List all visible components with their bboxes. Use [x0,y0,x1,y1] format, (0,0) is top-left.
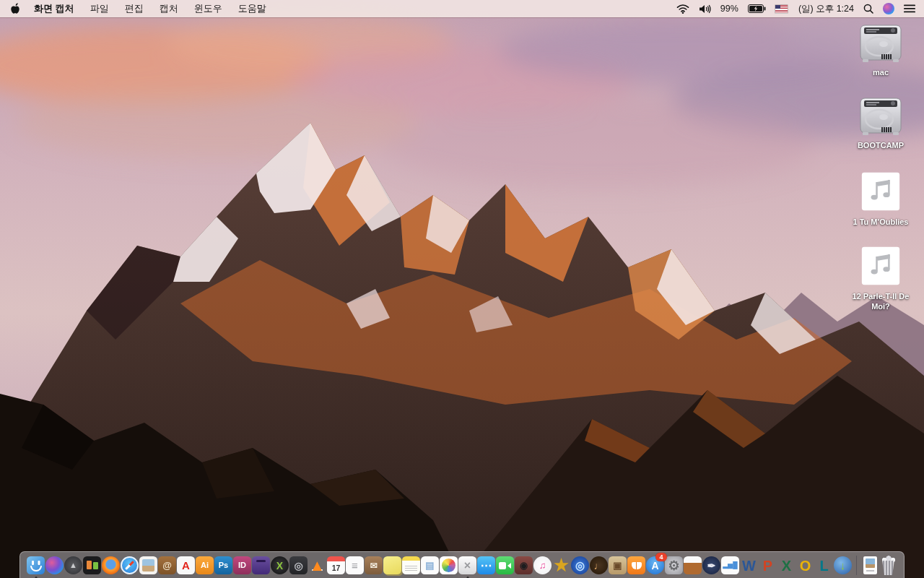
reminders-glyph: ≡ [352,560,358,571]
dock-file-image-document[interactable] [861,555,879,576]
menu-bar-clock[interactable]: (일) 오후 1:24 [798,3,854,15]
photo-booth-glyph: ◉ [520,561,528,570]
dock-app-app-store[interactable]: A4 [646,555,664,576]
dock-app-contacts-book[interactable]: @ [158,555,176,576]
dock-app-safari[interactable] [121,555,139,576]
toast-icon [252,556,270,574]
dock-app-photos[interactable] [440,555,458,576]
dock-app-outlook[interactable]: O [796,555,814,576]
dock-app-excel[interactable]: X [777,555,796,576]
dock-app-firefox[interactable] [102,555,120,576]
wallpaper-sierra-mountains [0,0,924,578]
desktop-icon-bootcamp[interactable]: BOOTCAMP [846,95,915,150]
dock-app-stickies[interactable] [383,555,401,576]
desktop-icon-label: mac [873,67,889,77]
desktop-icon-mac[interactable]: mac [846,22,915,77]
menu-item-1[interactable]: 파일 [90,2,109,15]
generic-app-glyph: × [464,560,471,571]
dock-app-finder[interactable] [27,555,45,576]
desktop: 화면 캡처 파일편집캡처윈도우도움말 [0,0,924,578]
dock-app-scrapbook[interactable]: ▣ [609,555,627,576]
desktop-icon-1-tu-m-oublies[interactable]: 1 Tu M'Oublies [846,168,915,227]
input-source-us-flag-icon[interactable] [775,5,788,13]
audio-file-icon [861,246,900,285]
apple-menu[interactable] [9,3,19,15]
dock-app-indesign[interactable]: ID [233,555,251,576]
star-icon: ★ [552,556,570,574]
firefox-icon [102,556,120,574]
dock-app-archive-box[interactable]: ✉ [365,555,383,576]
notification-center-icon[interactable] [904,4,915,13]
dock-app-star[interactable]: ★ [552,555,570,576]
messages-glyph: ⋯ [481,560,492,571]
dock-app-web-downloader[interactable]: ↓ [834,555,852,576]
dock-app-powerpoint[interactable]: P [759,555,777,576]
dock-app-generic-app[interactable]: × [458,555,476,576]
dock-app-lync[interactable]: L [815,555,833,576]
dock-app-vlc[interactable]: ▲ [308,555,326,576]
dock-app-reminders[interactable]: ≡ [346,555,364,576]
dock-panel: ▲@AAiPsIDX◎▲17≡✉▤×⋯◉♫★◎♩▣A4⚙✒▂▅█WPXOL↓ [19,551,905,578]
dock-app-notes[interactable] [402,555,420,576]
battery-charging-icon[interactable] [748,4,766,13]
excel-glyph: X [782,558,791,573]
dock-app-word[interactable]: W [740,555,758,576]
dock-app-preview[interactable] [139,555,157,576]
dock-app-numbers-09[interactable]: ▂▅█ [721,555,739,576]
photo-booth-icon: ◉ [515,556,533,574]
dock-app-system-preferences[interactable]: ⚙ [665,555,683,576]
dock-app-messages[interactable]: ⋯ [477,555,495,576]
dock-app-calendar[interactable]: 17 [327,555,345,576]
menu-item-3[interactable]: 캡처 [160,2,178,15]
dock-app-ibooks[interactable] [627,555,645,576]
siri-icon[interactable] [883,3,894,14]
dock-app-siri[interactable] [45,555,64,576]
dock-app-acrobat-reader[interactable]: A [177,555,195,576]
photoshop-icon: Ps [214,556,232,574]
dock-trash[interactable] [879,555,897,576]
dock-app-document-seal[interactable]: ▤ [421,555,439,576]
dock-app-blue-disc[interactable]: ◎ [571,555,589,576]
dock-app-green-x[interactable]: X [271,555,289,576]
volume-icon[interactable] [699,4,711,14]
siri-icon [45,556,64,574]
active-app-name[interactable]: 화면 캡처 [34,2,74,15]
system-preferences-glyph: ⚙ [668,559,679,572]
dock: ▲@AAiPsIDX◎▲17≡✉▤×⋯◉♫★◎♩▣A4⚙✒▂▅█WPXOL↓ [0,551,924,578]
archive-box-glyph: ✉ [370,561,377,570]
menu-item-5[interactable]: 도움말 [238,2,266,15]
dock-app-facetime[interactable] [496,555,514,576]
powerpoint-glyph: P [763,558,772,573]
dock-app-toast[interactable] [252,555,270,576]
star-glyph: ★ [554,557,569,574]
desktop-icon-12-parle-t-il-de-moi[interactable]: 12 Parle-T-Il De Moi? [846,243,915,312]
word-glyph: W [742,558,756,573]
dock-app-itunes[interactable]: ♫ [533,555,552,576]
dock-app-screens[interactable] [83,555,101,576]
launchpad-glyph: ▲ [69,561,77,569]
desktop-icon-label: 1 Tu M'Oublies [853,217,909,227]
dock-app-black-drive[interactable]: ◎ [289,555,308,576]
dock-app-photo-booth[interactable]: ◉ [515,555,533,576]
calendar-icon: 17 [327,556,345,574]
word-icon: W [740,556,758,574]
document-seal-icon: ▤ [421,556,439,574]
pages-09-icon: ✒ [702,556,720,574]
spotlight-search-icon[interactable] [863,4,873,14]
wifi-icon[interactable] [676,4,689,14]
numbers-09-icon: ▂▅█ [721,556,739,574]
dock-app-keynote[interactable] [684,555,702,576]
green-x-icon: X [271,556,289,574]
scrapbook-glyph: ▣ [613,561,622,570]
dock-app-launchpad[interactable]: ▲ [64,555,82,576]
menu-item-2[interactable]: 편집 [125,2,144,15]
vlc-glyph: ▲ [310,558,326,574]
desktop-icons: macBOOTCAMP1 Tu M'Oublies12 Parle-T-Il D… [846,22,915,327]
dock-app-garageband[interactable]: ♩ [590,555,608,576]
dock-app-pages-09[interactable]: ✒ [702,555,720,576]
outlook-glyph: O [800,558,811,573]
dock-app-illustrator[interactable]: Ai [196,555,214,576]
contacts-book-icon: @ [158,556,176,574]
menu-item-4[interactable]: 윈도우 [194,2,222,15]
dock-app-photoshop[interactable]: Ps [214,555,232,576]
